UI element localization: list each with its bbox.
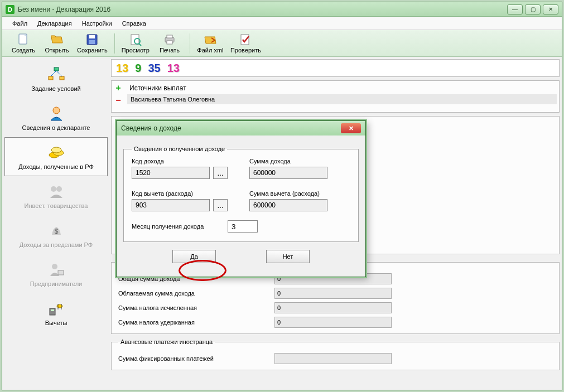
rate-tabs: 13 9 35 13 [111, 59, 560, 77]
toolbar-open[interactable]: Открыть [40, 31, 74, 56]
deduction-code-label: Код вычета (расхода) [132, 190, 233, 197]
menu-settings[interactable]: Настройки [78, 18, 117, 28]
deduction-sum-input[interactable] [249, 199, 327, 211]
totals-row-taxcalc: Сумма налога исчисленная [118, 302, 552, 313]
dialog-title: Сведения о доходе [121, 124, 341, 132]
advance-legend: Авансовые платежи иностранца [118, 338, 215, 345]
tax-withheld-input[interactable] [274, 317, 392, 328]
svg-text:$: $ [54, 228, 58, 235]
window-title: Без имени - Декларация 2016 [18, 6, 507, 13]
sidebar-item-entrepreneurs[interactable]: Предприниматели [4, 254, 108, 293]
income-dialog: Сведения о доходе ✕ Сведения о полученно… [116, 120, 366, 277]
income-code-lookup[interactable]: ... [213, 167, 228, 179]
toolbar-preview[interactable]: Просмотр [118, 31, 153, 56]
sources-header: Источники выплат [127, 83, 557, 93]
toolbar-separator [190, 33, 190, 54]
col-deduction-code: Код вычета (расхода) ... [132, 190, 233, 211]
toolbar: Создать Открыть Сохранить Просмотр Печа [2, 30, 562, 57]
svg-point-20 [51, 186, 56, 192]
sidebar-item-conditions[interactable]: Задание условий [4, 59, 108, 98]
minimize-button[interactable]: — [507, 4, 523, 14]
taxable-income-label: Облагаемая сумма дохода [118, 290, 274, 297]
add-source-button[interactable]: + [113, 83, 123, 93]
deduction-code-lookup[interactable]: ... [213, 199, 228, 211]
dialog-group-legend: Сведения о полученном доходе [132, 146, 227, 152]
tax-calc-input[interactable] [274, 302, 392, 313]
sidebar-item-declarant[interactable]: Сведения о декларанте [4, 98, 108, 137]
sidebar: Задание условий Сведения о декларанте До… [4, 59, 108, 388]
toolbar-save[interactable]: Сохранить [74, 31, 111, 56]
advance-fieldset: Авансовые платежи иностранца Сумма фикси… [111, 338, 560, 370]
income-rf-icon [47, 143, 65, 161]
remove-source-button[interactable]: − [113, 95, 123, 105]
open-folder-icon [50, 33, 64, 46]
maximize-button[interactable]: ▢ [525, 4, 541, 14]
sources-buttons: + − [112, 81, 125, 112]
month-row: Месяц получения дохода [132, 220, 350, 233]
income-sum-input[interactable] [249, 167, 327, 179]
svg-point-23 [52, 264, 57, 269]
window-buttons: — ▢ ✕ [507, 4, 558, 14]
svg-point-19 [51, 147, 61, 153]
menu-file[interactable]: Файл [8, 18, 32, 28]
deductions-icon [47, 299, 65, 317]
sources-content: Источники выплат Васильева Татьяна Олего… [125, 81, 559, 112]
toolbar-verify[interactable]: Проверить [227, 31, 264, 56]
col-income-sum: Сумма дохода [249, 158, 350, 179]
dialog-no-button[interactable]: Нет [266, 250, 310, 263]
totals-row-withheld: Сумма налога удержанная [118, 317, 552, 328]
svg-rect-10 [241, 35, 249, 45]
deduction-code-input[interactable] [132, 199, 210, 211]
svg-rect-9 [167, 41, 172, 44]
income-sum-label: Сумма дохода [249, 158, 350, 164]
rate-tab-13b[interactable]: 13 [166, 61, 181, 75]
toolbar-print[interactable]: Печать [153, 31, 186, 56]
dialog-yes-button[interactable]: Да [172, 250, 216, 263]
dialog-grid: Код дохода ... Сумма дохода Код вычета (… [132, 158, 350, 211]
svg-rect-26 [51, 309, 54, 311]
sidebar-item-income-abroad[interactable]: $ Доходы за пределами РФ [4, 215, 108, 254]
dialog-group: Сведения о полученном доходе Код дохода … [123, 146, 359, 242]
taxable-income-input[interactable] [274, 288, 392, 299]
close-button[interactable]: ✕ [543, 4, 558, 14]
declarant-icon [47, 104, 65, 122]
svg-point-21 [56, 186, 62, 192]
rate-tab-35[interactable]: 35 [147, 61, 161, 75]
toolbar-file-xml[interactable]: Файл xml [194, 31, 227, 56]
income-code-input[interactable] [132, 167, 210, 179]
toolbar-separator [114, 33, 115, 54]
month-input[interactable] [228, 220, 258, 233]
svg-line-14 [51, 71, 56, 76]
tax-calc-label: Сумма налога исчисленная [118, 304, 274, 311]
menu-help[interactable]: Справка [118, 18, 151, 28]
verify-icon [239, 33, 252, 46]
advance-row-fixed: Сумма фиксированных платежей [118, 353, 552, 364]
rate-tab-13a[interactable]: 13 [115, 61, 129, 75]
source-row[interactable]: Васильева Татьяна Олеговна [127, 94, 557, 104]
new-file-icon [17, 33, 30, 46]
tax-withheld-label: Сумма налога удержанная [118, 319, 274, 326]
income-code-label: Код дохода [132, 158, 233, 164]
menu-declaration[interactable]: Декларация [33, 18, 76, 28]
sidebar-item-invest[interactable]: Инвест. товарищества [4, 176, 108, 215]
sidebar-item-deductions[interactable]: Вычеты [4, 293, 108, 332]
fixed-sum-label: Сумма фиксированных платежей [118, 355, 274, 362]
svg-rect-25 [50, 308, 55, 315]
svg-rect-3 [89, 40, 95, 44]
rate-tab-9[interactable]: 9 [134, 61, 142, 75]
title-bar: D Без имени - Декларация 2016 — ▢ ✕ [2, 2, 562, 17]
svg-rect-12 [49, 76, 53, 80]
dialog-body: Сведения о полученном доходе Код дохода … [117, 135, 365, 277]
month-label: Месяц получения дохода [132, 223, 221, 230]
deduction-sum-label: Сумма вычета (расхода) [249, 190, 350, 197]
xml-file-icon [204, 33, 217, 46]
conditions-icon [47, 65, 65, 83]
toolbar-create[interactable]: Создать [7, 31, 40, 56]
app-icon: D [6, 5, 15, 14]
dialog-buttons: Да Нет [123, 242, 359, 271]
preview-icon [129, 33, 142, 46]
fixed-sum-input[interactable] [274, 353, 392, 364]
dialog-titlebar: Сведения о доходе ✕ [117, 121, 365, 135]
dialog-close-button[interactable]: ✕ [341, 123, 361, 133]
sidebar-item-income-rf[interactable]: Доходы, полученные в РФ [4, 137, 108, 176]
